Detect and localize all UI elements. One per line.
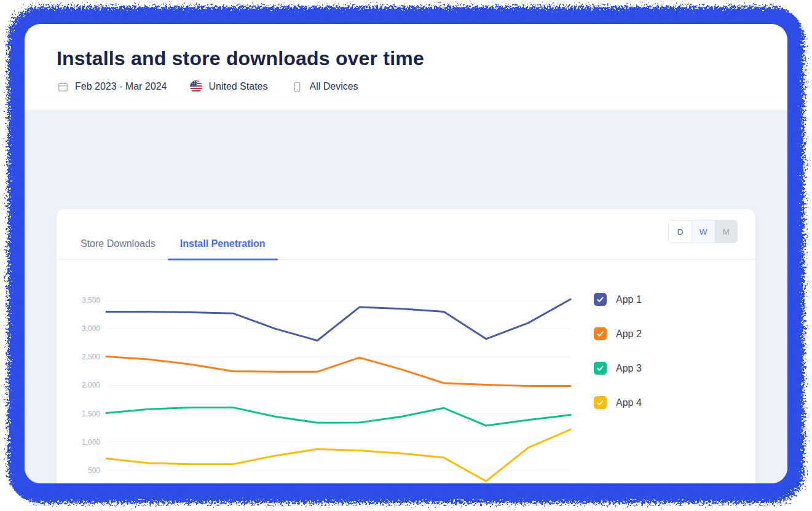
legend-item-app-4[interactable]: App 4 [594,396,642,409]
legend-checkbox-app-3[interactable] [594,362,607,375]
y-axis-label: 1,000 [82,438,100,447]
legend-label-app-2: App 2 [616,329,642,340]
series-line-app-3 [106,407,570,426]
legend-item-app-1[interactable]: App 1 [594,293,642,306]
device-label: All Devices [309,81,358,92]
legend-label-app-3: App 3 [616,363,642,374]
tab-install-penetration[interactable]: Install Penetration [168,209,278,259]
check-icon [596,364,604,372]
chart-card-header: Store Downloads Install Penetration D W … [57,209,755,260]
legend-checkbox-app-4[interactable] [594,396,607,409]
legend-label-app-4: App 4 [616,397,642,408]
us-flag-icon [190,80,202,93]
date-range-label: Feb 2023 - Mar 2024 [75,81,167,92]
granularity-month-button[interactable]: M [714,220,737,243]
line-chart: 3,5003,0002,5002,0001,5001,000500N/AAug … [79,290,595,483]
tab-store-downloads[interactable]: Store Downloads [68,209,168,259]
tab-store-downloads-label: Store Downloads [81,238,156,249]
check-icon [596,399,604,407]
y-axis-label: 1,500 [82,410,100,418]
legend-checkbox-app-2[interactable] [594,327,607,340]
series-line-app-4 [106,429,570,481]
granularity-day-button[interactable]: D [669,220,692,243]
series-line-app-2 [106,356,570,386]
legend-checkbox-app-1[interactable] [594,293,607,306]
page-title: Installs and store downloads over time [57,47,787,70]
legend-label-app-1: App 1 [616,294,642,305]
report-header: Installs and store downloads over time F… [25,24,787,93]
check-icon [596,330,604,338]
country-label: United States [208,81,267,92]
legend-item-app-2[interactable]: App 2 [594,327,642,340]
chart-legend: App 1 App 2 App 3 [594,293,642,431]
granularity-toggle: D W M [668,220,738,243]
y-axis-label: 500 [88,466,100,475]
calendar-icon [57,80,69,93]
y-axis-label: 3,500 [82,296,100,305]
legend-item-app-3[interactable]: App 3 [594,362,642,375]
date-range-filter[interactable]: Feb 2023 - Mar 2024 [57,80,167,93]
device-icon [291,80,303,93]
report-filters-row: Feb 2023 - Mar 2024 United States All De… [57,80,787,93]
country-filter[interactable]: United States [190,80,267,93]
check-icon [596,295,604,303]
device-filter[interactable]: All Devices [291,80,358,93]
series-line-app-1 [106,299,570,340]
y-axis-label: 2,000 [82,381,100,389]
report-body-section: Store Downloads Install Penetration D W … [25,110,787,483]
y-axis-label: 3,000 [82,324,100,333]
content-panel: Installs and store downloads over time F… [25,24,787,483]
tab-install-penetration-label: Install Penetration [180,238,266,249]
y-axis-label: 2,500 [82,353,100,361]
chart-card: Store Downloads Install Penetration D W … [57,209,755,483]
granularity-week-button[interactable]: W [692,220,714,243]
